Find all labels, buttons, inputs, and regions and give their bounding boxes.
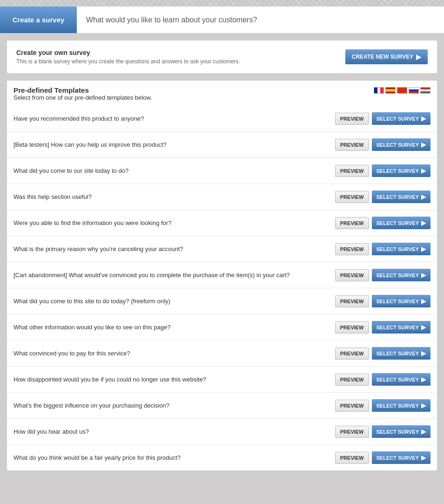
- preview-button[interactable]: PREVIEW: [335, 426, 369, 438]
- survey-row: What is the primary reason why you're ca…: [7, 236, 437, 262]
- survey-actions: PREVIEWSELECT SURVEY▶: [335, 347, 431, 360]
- survey-row: How did you hear about us?PREVIEWSELECT …: [7, 419, 437, 445]
- survey-actions: PREVIEWSELECT SURVEY▶: [335, 269, 431, 281]
- preview-button[interactable]: PREVIEW: [335, 165, 369, 177]
- preview-button[interactable]: PREVIEW: [335, 347, 369, 360]
- flag-spanish[interactable]: [385, 87, 396, 94]
- survey-row: Were you able to find the information yo…: [7, 210, 437, 236]
- select-survey-button[interactable]: SELECT SURVEY▶: [372, 399, 431, 412]
- select-survey-button[interactable]: SELECT SURVEY▶: [372, 112, 431, 125]
- select-survey-button[interactable]: SELECT SURVEY▶: [372, 321, 431, 334]
- preview-button[interactable]: PREVIEW: [335, 113, 369, 125]
- select-arrow-icon: ▶: [421, 219, 426, 226]
- select-survey-label: SELECT SURVEY: [377, 246, 419, 252]
- select-survey-button[interactable]: SELECT SURVEY▶: [372, 138, 431, 151]
- survey-title: How did you hear about us?: [13, 428, 335, 435]
- create-survey-button[interactable]: Create a survey: [0, 7, 77, 33]
- survey-title: Were you able to find the information yo…: [13, 219, 335, 226]
- select-survey-label: SELECT SURVEY: [377, 168, 419, 174]
- select-survey-button[interactable]: SELECT SURVEY▶: [372, 295, 431, 307]
- predefined-heading: Pre-defined Templates: [13, 86, 152, 94]
- select-survey-label: SELECT SURVEY: [377, 299, 419, 304]
- create-own-section: Create your own survey This is a blank s…: [7, 41, 437, 73]
- select-survey-button[interactable]: SELECT SURVEY▶: [372, 347, 431, 360]
- select-survey-label: SELECT SURVEY: [377, 351, 419, 356]
- survey-title: How disappointed would you be if you cou…: [13, 376, 335, 383]
- top-pattern: [0, 0, 444, 7]
- preview-button[interactable]: PREVIEW: [335, 269, 369, 281]
- select-arrow-icon: ▶: [421, 324, 426, 331]
- select-survey-button[interactable]: SELECT SURVEY▶: [372, 425, 431, 438]
- select-survey-label: SELECT SURVEY: [377, 220, 419, 226]
- select-arrow-icon: ▶: [421, 402, 426, 409]
- survey-row: What do you think would be a fair yearly…: [7, 445, 437, 470]
- predefined-card: Pre-defined Templates Select from one of…: [7, 80, 437, 471]
- survey-row: [Cart abandonment] What would've convinc…: [7, 262, 437, 288]
- predefined-titles: Pre-defined Templates Select from one of…: [13, 86, 152, 101]
- survey-list: Have you recommended this product to any…: [7, 106, 437, 470]
- select-survey-label: SELECT SURVEY: [377, 116, 419, 122]
- select-survey-label: SELECT SURVEY: [377, 272, 419, 278]
- create-own-card: Create your own survey This is a blank s…: [7, 40, 437, 74]
- preview-button[interactable]: PREVIEW: [335, 217, 369, 229]
- survey-title: [Cart abandonment] What would've convinc…: [13, 272, 335, 279]
- predefined-header: Pre-defined Templates Select from one of…: [7, 81, 437, 106]
- preview-button[interactable]: PREVIEW: [335, 295, 369, 307]
- select-survey-button[interactable]: SELECT SURVEY▶: [372, 164, 431, 177]
- preview-button[interactable]: PREVIEW: [335, 139, 369, 151]
- preview-button[interactable]: PREVIEW: [335, 243, 369, 255]
- select-arrow-icon: ▶: [421, 454, 426, 461]
- select-survey-button[interactable]: SELECT SURVEY▶: [372, 217, 431, 229]
- flag-french[interactable]: [374, 87, 384, 94]
- survey-actions: PREVIEWSELECT SURVEY▶: [335, 373, 431, 386]
- select-survey-button[interactable]: SELECT SURVEY▶: [372, 373, 431, 386]
- survey-row: Have you recommended this product to any…: [7, 106, 437, 132]
- select-arrow-icon: ▶: [421, 193, 426, 200]
- header-title: What would you like to learn about your …: [77, 16, 257, 24]
- preview-button[interactable]: PREVIEW: [335, 321, 369, 334]
- select-survey-label: SELECT SURVEY: [377, 142, 419, 148]
- survey-actions: PREVIEWSELECT SURVEY▶: [335, 451, 431, 464]
- survey-title: What's the biggest influence on your pur…: [13, 402, 335, 409]
- select-survey-button[interactable]: SELECT SURVEY▶: [372, 451, 431, 464]
- survey-actions: PREVIEWSELECT SURVEY▶: [335, 217, 431, 229]
- flags-container: [374, 87, 431, 94]
- select-survey-button[interactable]: SELECT SURVEY▶: [372, 191, 431, 203]
- survey-actions: PREVIEWSELECT SURVEY▶: [335, 191, 431, 203]
- select-survey-label: SELECT SURVEY: [377, 429, 419, 435]
- survey-title: What do you think would be a fair yearly…: [13, 454, 335, 461]
- select-survey-label: SELECT SURVEY: [377, 377, 419, 382]
- main-content: Create your own survey This is a blank s…: [0, 34, 444, 484]
- preview-button[interactable]: PREVIEW: [335, 374, 369, 386]
- survey-row: What other information would you like to…: [7, 314, 437, 341]
- flag-chinese[interactable]: [397, 87, 407, 94]
- select-survey-label: SELECT SURVEY: [377, 455, 419, 461]
- create-own-text: Create your own survey This is a blank s…: [16, 49, 240, 65]
- flag-hungarian[interactable]: [420, 87, 431, 94]
- create-own-description: This is a blank survey where you create …: [16, 58, 240, 65]
- survey-actions: PREVIEWSELECT SURVEY▶: [335, 138, 431, 151]
- survey-row: How disappointed would you be if you cou…: [7, 367, 437, 393]
- select-survey-label: SELECT SURVEY: [377, 403, 419, 409]
- select-arrow-icon: ▶: [421, 350, 426, 357]
- survey-actions: PREVIEWSELECT SURVEY▶: [335, 164, 431, 177]
- preview-button[interactable]: PREVIEW: [335, 400, 369, 412]
- survey-title: What is the primary reason why you're ca…: [13, 245, 335, 252]
- create-new-survey-button[interactable]: CREATE NEW SURVEY ▶: [345, 49, 428, 64]
- survey-title: Have you recommended this product to any…: [13, 115, 335, 122]
- survey-title: What other information would you like to…: [13, 324, 335, 331]
- flag-russian[interactable]: [409, 87, 419, 94]
- survey-row: What's the biggest influence on your pur…: [7, 393, 437, 419]
- predefined-description: Select from one of our pre-defined templ…: [13, 94, 152, 101]
- survey-title: What did you come to our site today to d…: [13, 167, 335, 174]
- survey-row: What did you come to our site today to d…: [7, 158, 437, 184]
- select-survey-button[interactable]: SELECT SURVEY▶: [372, 243, 431, 255]
- select-arrow-icon: ▶: [421, 298, 426, 305]
- preview-button[interactable]: PREVIEW: [335, 191, 369, 203]
- header-bar: Create a survey What would you like to l…: [0, 7, 444, 34]
- select-survey-button[interactable]: SELECT SURVEY▶: [372, 269, 431, 281]
- survey-actions: PREVIEWSELECT SURVEY▶: [335, 112, 431, 125]
- preview-button[interactable]: PREVIEW: [335, 452, 369, 464]
- survey-row: What did you come to this site to do tod…: [7, 288, 437, 314]
- survey-actions: PREVIEWSELECT SURVEY▶: [335, 425, 431, 438]
